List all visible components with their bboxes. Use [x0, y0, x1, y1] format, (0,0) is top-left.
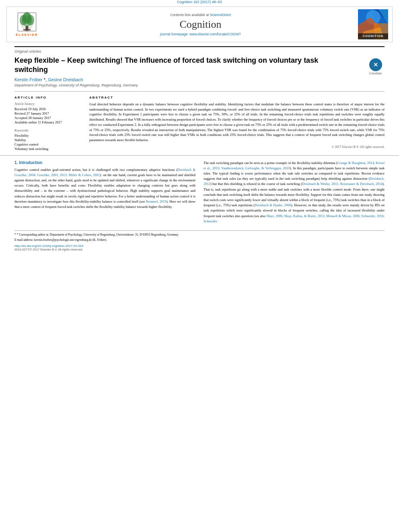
crossmark-circle: ✕: [369, 58, 382, 71]
body-col-left: 1. Introduction Cognitive control enable…: [14, 160, 195, 226]
footnote-email: E-mail address: kerstin.froeber@psycholo…: [14, 238, 385, 242]
ref-mayr-2006[interactable]: Mayr, 2006; Mayr, Kuhns, & Rieter, 2013;…: [204, 214, 385, 223]
body-two-column: 1. Introduction Cognitive control enable…: [14, 160, 385, 226]
authors: Kerstin Fröber *, Gesine Dreisbach: [14, 77, 385, 82]
body-col-right: The task switching paradigm can be seen …: [204, 160, 385, 226]
author1-link[interactable]: Kerstin Fröber: [14, 77, 43, 82]
copyright: © 2017 Elsevier B.V. All rights reserved…: [89, 145, 385, 149]
footnote-corresponding: * * Corresponding author at: Department …: [14, 233, 385, 237]
ref-hommel-2015[interactable]: Hommel, 2015: [146, 199, 167, 203]
crossmark-badge[interactable]: ✕ CrossMark: [366, 58, 385, 76]
doi-link[interactable]: http://dx.doi.org/10.1016/j.cognition.20…: [14, 244, 385, 248]
intro-para-2: The task switching paradigm can be seen …: [204, 160, 385, 224]
ref-dreisbach-2004[interactable]: Dreisbach & Goschke, 2004; Goschke, 2003…: [14, 168, 195, 177]
cognition-icon: COGNITION: [358, 9, 388, 39]
ref-dreisbach-haider-2006[interactable]: Dreisbach & Haider, 2006: [255, 203, 291, 207]
section-number: 1.: [14, 160, 18, 165]
ref-dreisbach-wenke-2011[interactable]: Dreisbach & Wenke, 2011; Reisenauer & Dr…: [302, 182, 383, 186]
article-section: Original Articles Keep flexible – Keep s…: [0, 42, 399, 151]
crossmark-label: CrossMark: [369, 72, 382, 75]
abstract-text: Goal directed behavior depends on a dyna…: [89, 102, 385, 143]
article-history-label: Article history:: [14, 102, 83, 106]
journal-ref: Cognition 162 (2017) 48–53: [0, 0, 399, 4]
article-title: Keep flexible – Keep switching! The infl…: [14, 56, 329, 75]
available-date: Available online 11 February 2017: [14, 120, 83, 124]
keywords-section: Keywords: Flexibility Stability Cognitiv…: [14, 128, 83, 151]
crossmark-icon: ✕: [373, 62, 378, 68]
intro-section-title: 1. Introduction: [14, 160, 195, 165]
keyword-2: Stability: [14, 138, 83, 142]
elsevier-wordmark: ELSEVIER: [16, 33, 38, 37]
section-title-text: Introduction: [19, 160, 42, 165]
intro-para-1: Cognitive control enables goal-oriented …: [14, 167, 195, 210]
abstract-heading: ABSTRACT: [89, 96, 385, 99]
page: Cognition 162 (2017) 48–53: [0, 0, 399, 532]
keyword-1: Flexibility: [14, 134, 83, 138]
rights-statement: 0010-0277/© 2017 Elsevier B.V. All right…: [14, 248, 385, 251]
footnote-email-link[interactable]: kerstin.froeber@psychologie.uni-regensbu…: [34, 238, 92, 242]
author1-asterisk: *,: [44, 77, 48, 82]
received-date: Received 19 July 2016: [14, 107, 83, 111]
contents-available-text: Contents lists available at ScienceDirec…: [47, 13, 354, 17]
cognition-icon-label: COGNITION: [363, 34, 384, 38]
svg-point-5: [22, 14, 32, 27]
abstract-column: ABSTRACT Goal directed behavior depends …: [89, 96, 385, 151]
affiliation: Department of Psychology, University of …: [14, 83, 385, 87]
keyword-3: Cognitive control: [14, 142, 83, 146]
journal-homepage: journal homepage: www.elsevier.com/locat…: [47, 32, 354, 36]
keyword-4: Voluntary task switching: [14, 147, 83, 151]
journal-title: Cognition: [47, 18, 354, 31]
journal-header-center: Contents lists available at ScienceDirec…: [43, 13, 358, 36]
keywords-label: Keywords:: [14, 128, 83, 132]
elsevier-logo: ELSEVIER: [11, 12, 43, 37]
footnote-section: * * Corresponding author at: Department …: [14, 230, 385, 251]
info-abstract-section: ARTICLE INFO Article history: Received 1…: [14, 91, 385, 151]
journal-url[interactable]: www.elsevier.com/locate/COGNIT: [189, 32, 241, 36]
sciencedirect-link[interactable]: ScienceDirect: [210, 13, 231, 17]
ref-grange-2014[interactable]: Grange & Houghton, 2014; Kiesel et al., …: [204, 161, 385, 170]
article-type: Original Articles: [14, 46, 385, 53]
svg-rect-6: [26, 26, 28, 30]
article-info-heading: ARTICLE INFO: [14, 96, 83, 99]
svg-rect-7: [23, 29, 31, 31]
revised-date: Revised 27 January 2017: [14, 111, 83, 115]
article-info-column: ARTICLE INFO Article history: Received 1…: [14, 96, 83, 151]
body-content: 1. Introduction Cognitive control enable…: [0, 155, 399, 226]
title-row: Keep flexible – Keep switching! The infl…: [14, 56, 385, 77]
accepted-date: Accepted 28 January 2017: [14, 116, 83, 120]
author2-link[interactable]: Gesine Dreisbach: [48, 77, 83, 82]
journal-header: ELSEVIER Contents lists available at Sci…: [6, 6, 393, 42]
